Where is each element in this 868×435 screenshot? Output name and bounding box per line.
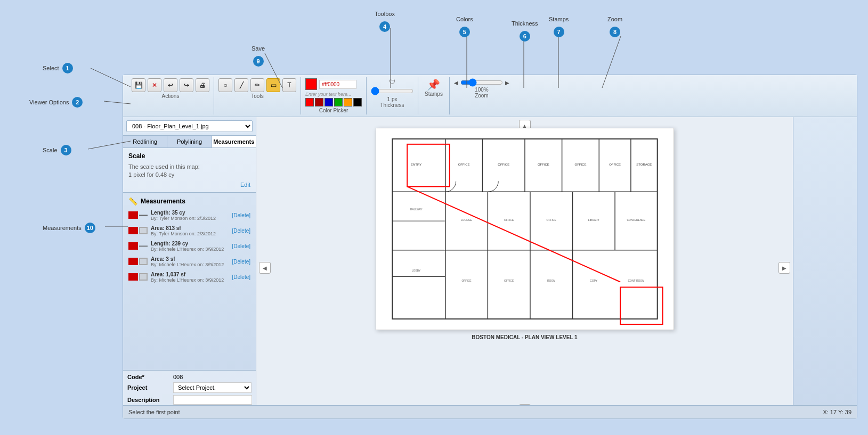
actions-section: 💾 ✕ ↩ ↪ 🖨 Actions [127, 77, 214, 114]
delete-button-1[interactable]: [Delete] [232, 212, 250, 218]
zoom-controls: ◀ ▶ [454, 78, 509, 87]
stamp-icon: 📌 [427, 78, 440, 91]
meas-box-icon-2 [139, 227, 148, 234]
list-item: Area: 813 sf By: Tyler Monson on: 2/3/20… [128, 225, 250, 236]
delete-button-4[interactable]: [Delete] [232, 259, 250, 265]
cancel-button[interactable]: ✕ [148, 78, 161, 92]
swatch-orange[interactable] [344, 98, 352, 106]
swatch-green[interactable] [334, 98, 343, 106]
annotation-zoom: Zoom 8 [607, 16, 622, 37]
undo-button[interactable]: ↩ [164, 78, 177, 92]
swatch-red[interactable] [305, 98, 314, 106]
scale-edit-link[interactable]: Edit [128, 182, 250, 188]
svg-text:OFFICE: OFFICE [504, 219, 514, 221]
measurement-icons-5 [128, 273, 148, 281]
zoom-right-arrow[interactable]: ▶ [505, 80, 509, 86]
meas-color-5 [128, 273, 138, 281]
tools-section: ○ ╱ ✏ ▭ T Tools [214, 77, 301, 114]
pen-tool-button[interactable]: ✏ [250, 78, 264, 92]
delete-button-5[interactable]: [Delete] [232, 274, 250, 280]
list-item: Area: 1,037 sf By: Michele L'Heurex on: … [128, 272, 250, 283]
save-button[interactable]: 💾 [132, 78, 145, 92]
circle-tool-button[interactable]: ○ [218, 78, 232, 92]
meas-color-3 [128, 242, 138, 250]
svg-text:OFFICE: OFFICE [546, 219, 556, 221]
nav-right-arrow[interactable]: ▶ [778, 262, 790, 274]
measurements-section: 📏 Measurements Length: 35 cy By: Tyler M… [123, 193, 256, 370]
annotation-scale: Scale 3 [43, 145, 71, 155]
svg-text:ROOM: ROOM [547, 280, 555, 282]
annotation-save: Save 9 [252, 45, 265, 67]
zoom-left-arrow[interactable]: ◀ [454, 80, 458, 86]
scale-section: Scale The scale used in this map: 1 pixe… [123, 148, 256, 193]
svg-text:OFFICE: OFFICE [498, 163, 509, 166]
text-tool-button[interactable]: T [282, 78, 296, 92]
list-item: Length: 35 cy By: Tyler Monson on: 2/3/2… [128, 210, 250, 221]
description-input[interactable] [173, 395, 252, 405]
tab-measurements[interactable]: Measurements [212, 136, 256, 147]
zoom-label: Zoom [475, 93, 489, 99]
tab-redlining[interactable]: Redlining [123, 136, 167, 147]
meas-line-icon-3 [139, 242, 148, 250]
prop-code-row: Code* 008 [127, 374, 252, 380]
swatch-blue[interactable] [325, 98, 333, 106]
right-panel [793, 117, 857, 418]
measurement-icons-2 [128, 227, 148, 234]
text-hint: Enter your text here... [305, 92, 362, 97]
zoom-slider[interactable] [460, 78, 503, 87]
svg-text:OFFICE: OFFICE [458, 163, 469, 166]
active-color-swatch[interactable] [305, 78, 317, 90]
sidebar: 008 - Floor_Plan_Level_1.jpg Redlining P… [123, 117, 256, 418]
svg-text:HALLWAY: HALLWAY [410, 208, 423, 211]
tools-buttons: ○ ╱ ✏ ▭ T [218, 78, 296, 92]
measurement-info-5: Area: 1,037 sf By: Michele L'Heurex on: … [151, 272, 229, 283]
color-hex-input[interactable] [319, 80, 356, 89]
meas-box-icon-5 [139, 273, 148, 281]
swatch-black[interactable] [353, 98, 362, 106]
thickness-slider[interactable] [371, 87, 413, 95]
thickness-section: 🛡 1 px Thickness [367, 77, 418, 114]
status-right: X: 17 Y: 39 [823, 409, 851, 415]
list-item: Area: 3 sf By: Michele L'Heurex on: 3/9/… [128, 256, 250, 267]
svg-text:OFFICE: OFFICE [504, 280, 514, 282]
stamps-label: Stamps [425, 91, 443, 97]
color-picker-section: Enter your text here... Color Picker [301, 77, 367, 114]
meas-color-4 [128, 258, 138, 265]
zoom-section: ◀ ▶ 100% Zoom [450, 77, 514, 114]
rect-tool-button[interactable]: ▭ [266, 78, 280, 92]
svg-text:OFFICE: OFFICE [609, 163, 621, 166]
color-hex-row [305, 78, 362, 90]
project-select[interactable]: Select Project. [173, 382, 252, 393]
annotation-stamps: Stamps 7 [549, 16, 569, 37]
floor-plan-title: BOSTON MEDICAL - PLAN VIEW LEVEL 1 [376, 334, 674, 340]
code-label: Code* [127, 374, 170, 380]
line-tool-button[interactable]: ╱ [234, 78, 248, 92]
nav-left-arrow[interactable]: ◀ [259, 262, 271, 274]
viewer-area: ▲ ◀ ▶ ▼ [256, 117, 793, 418]
measurement-icons-1 [128, 211, 148, 219]
actions-buttons: 💾 ✕ ↩ ↪ 🖨 [132, 78, 209, 92]
annotation-colors: Colors 5 [456, 16, 473, 37]
delete-button-3[interactable]: [Delete] [232, 243, 250, 249]
svg-text:CONF ROOM: CONF ROOM [628, 280, 644, 282]
thickness-label: Thickness [380, 102, 404, 108]
project-label: Project [127, 384, 170, 391]
svg-text:COPY: COPY [590, 280, 598, 282]
file-dropdown[interactable]: 008 - Floor_Plan_Level_1.jpg [126, 120, 253, 132]
tab-polylining[interactable]: Polylining [167, 136, 212, 147]
main-wrapper: 💾 ✕ ↩ ↪ 🖨 Actions ○ ╱ ✏ ▭ T Tools [123, 75, 857, 419]
annotation-select: Select 1 [43, 63, 73, 73]
measurement-info-3: Length: 239 cy By: Michele L'Heurex on: … [151, 241, 229, 252]
annotation-viewer-options: Viewer Options 2 [29, 97, 83, 108]
measurement-info-1: Length: 35 cy By: Tyler Monson on: 2/3/2… [151, 210, 229, 221]
delete-button-2[interactable]: [Delete] [232, 228, 250, 234]
prop-project-row: Project Select Project. [127, 382, 252, 393]
print-button[interactable]: 🖨 [196, 78, 209, 92]
thickness-value: 1 px [387, 96, 398, 102]
swatch-darkred[interactable] [315, 98, 323, 106]
color-swatches-row [305, 98, 362, 106]
content-area: 008 - Floor_Plan_Level_1.jpg Redlining P… [123, 117, 857, 418]
svg-text:LOUNGE: LOUNGE [461, 219, 473, 221]
scale-description: The scale used in this map: 1 pixel for … [128, 163, 250, 179]
redo-button[interactable]: ↪ [180, 78, 193, 92]
